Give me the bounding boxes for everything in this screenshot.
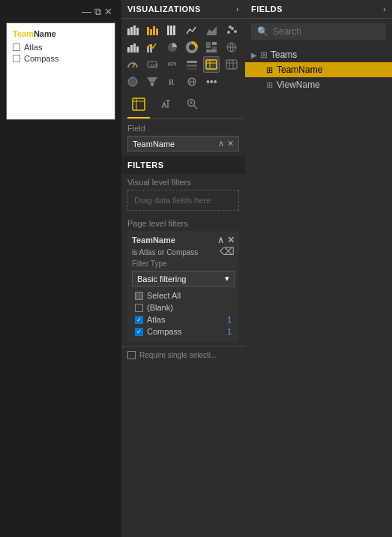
svg-rect-18 [133,44,136,52]
viz-card[interactable]: 123 [144,56,160,73]
viz-r-script[interactable]: R [164,74,181,90]
compass-checkbox[interactable] [13,55,20,62]
tree-group-header-teams[interactable]: ▶ ⊞ Teams [245,47,392,62]
drag-zone-text: Drag data fields here [134,196,211,205]
visualizations-chevron[interactable]: › [236,5,239,14]
fields-title: FIELDS [251,4,283,14]
viz-bar-100[interactable] [164,22,181,38]
atlas-checkbox[interactable] [13,44,20,51]
canvas-toolbar: — ⧉ ✕ [6,6,115,18]
svg-rect-26 [212,46,217,50]
svg-rect-19 [136,46,139,52]
viz-funnel[interactable] [144,74,160,90]
viz-tabs [121,90,245,119]
viz-scatter[interactable] [223,22,240,38]
viz-icons-grid: 123 KPI R ••• [121,19,245,90]
fields-header: FIELDS › [245,0,392,19]
viz-table-selected[interactable] [203,56,220,73]
viz-treemap[interactable] [203,39,220,56]
tab-analytics[interactable] [181,94,204,118]
svg-rect-4 [147,27,149,35]
fields-search-box[interactable]: 🔍 [251,23,386,40]
search-icon: 🔍 [257,26,268,37]
viz-area[interactable] [203,22,220,38]
field-dropdown-value: TeamName [133,140,175,148]
tree-item-viewname[interactable]: ⊞ ViewName [245,77,392,92]
svg-rect-35 [187,61,197,63]
svg-text:R: R [169,77,175,86]
title-name: Name [34,29,56,38]
fields-chevron[interactable]: › [383,5,386,14]
clear-icon[interactable]: ✕ [227,139,234,148]
filter-option-compass: ✓ Compass 1 [132,326,235,338]
filter-item-actions: ∧ ✕ [217,235,235,245]
maximize-icon[interactable]: ⧉ [94,6,101,18]
svg-point-12 [227,31,230,34]
field-dropdown[interactable]: TeamName ∧ ✕ [127,136,239,152]
viz-more[interactable]: ••• [203,74,220,90]
viz-pie[interactable] [164,39,181,56]
tree-item-teamname[interactable]: ⊞ TeamName [245,62,392,77]
svg-rect-1 [130,27,133,35]
tab-format[interactable] [154,94,177,118]
svg-line-59 [194,106,198,110]
svg-rect-17 [130,45,133,52]
viz-filled-map[interactable] [124,74,141,90]
collapse-icon[interactable]: ∧ [217,235,224,245]
visual-item-atlas: Atlas [13,43,109,52]
visualizations-title: VISUALIZATIONS [127,4,201,14]
viz-globe[interactable] [184,74,200,90]
filter-option-select-all: Select All [132,290,235,302]
visual-title: TeamName [13,29,109,38]
viz-bar-stacked[interactable] [124,22,141,38]
require-single-label: Require single selecti... [139,351,217,359]
svg-rect-36 [187,64,197,67]
close-icon[interactable]: ✕ [104,6,112,18]
blank-checkbox[interactable] [135,304,143,312]
filter-type-dropdown[interactable]: Basic filtering ▾ [132,271,235,286]
svg-rect-0 [127,28,130,35]
require-single-checkbox[interactable] [127,351,136,359]
atlas-label: Atlas [24,43,42,52]
drag-zone[interactable]: Drag data fields here [127,190,239,211]
eraser-icon[interactable]: ⌫ [220,245,235,257]
dropdown-arrow-icon: ▾ [225,274,229,284]
field-section: Field TeamName ∧ ✕ [121,119,245,156]
svg-marker-11 [206,26,217,35]
search-input[interactable] [273,26,380,37]
field-dropdown-icons: ∧ ✕ [218,139,234,148]
svg-point-15 [229,26,232,28]
viz-map[interactable] [223,39,240,56]
svg-rect-25 [212,42,217,45]
svg-rect-3 [136,28,139,35]
filter-item-header: TeamName ∧ ✕ [132,235,235,245]
svg-rect-52 [133,98,145,110]
svg-rect-6 [153,26,155,35]
compass-filter-checkbox[interactable]: ✓ [135,328,143,336]
atlas-count: 1 [227,315,232,324]
viz-line[interactable] [184,22,200,38]
select-all-checkbox[interactable] [135,292,143,300]
chevron-up-icon: ∧ [218,139,224,148]
tab-fields[interactable] [127,94,150,118]
svg-rect-2 [133,26,136,35]
viz-combo[interactable] [144,39,160,56]
select-all-label: Select All [147,291,181,300]
minimize-icon[interactable]: — [82,6,91,18]
field-table-icon: ⊞ [266,80,273,90]
filter-remove-icon[interactable]: ✕ [227,235,235,245]
viz-bar-grouped[interactable] [144,22,160,38]
viz-column-chart[interactable] [124,39,141,56]
viz-slicer[interactable] [184,56,200,73]
atlas-filter-checkbox[interactable]: ✓ [135,316,143,324]
blank-label: (Blank) [147,303,173,312]
table-icon: ⊞ [260,50,268,60]
viz-matrix[interactable] [223,56,240,73]
compass-label: Compass [24,54,58,63]
viz-gauge[interactable] [124,56,141,73]
viz-kpi[interactable]: KPI [164,56,181,73]
svg-rect-9 [170,26,172,35]
viz-donut[interactable] [184,39,200,56]
svg-rect-27 [206,50,217,52]
visualizations-panel: VISUALIZATIONS › [121,0,245,537]
